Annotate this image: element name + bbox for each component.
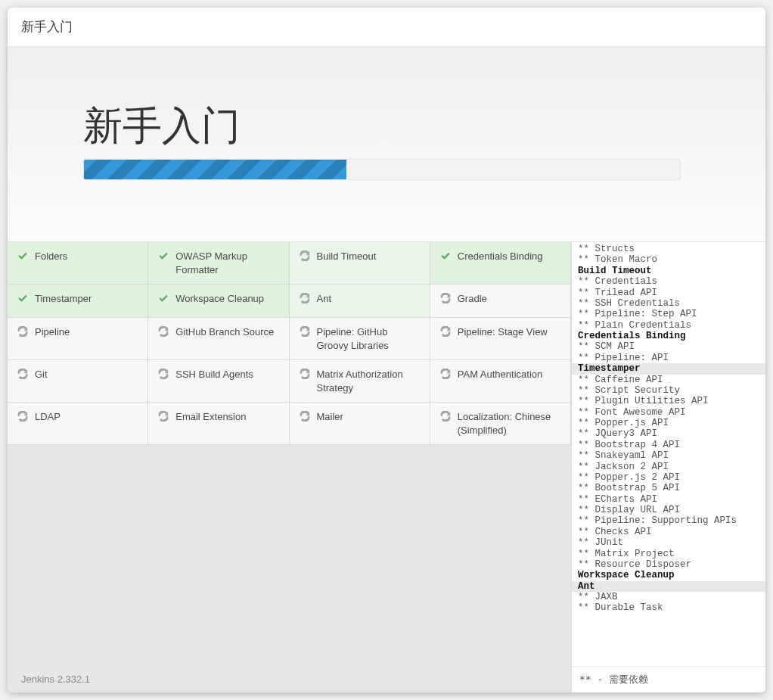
plugin-name: Git (35, 368, 138, 381)
check-icon (157, 292, 169, 303)
plugin-cell: LDAP (8, 403, 148, 445)
log-line: ** SSH Credentials (572, 298, 765, 309)
plugin-cell: Gradle (430, 285, 571, 318)
plugin-cell: Workspace Cleanup (148, 285, 289, 318)
log-line: ** Font Awesome API (572, 407, 765, 418)
refresh-icon (299, 250, 311, 261)
log-line: ** JQuery3 API (572, 428, 765, 439)
plugin-cell: SSH Build Agents (148, 360, 289, 403)
plugin-cell: Pipeline: GitHub Groovy Libraries (290, 318, 430, 360)
log-line: ** Jackson 2 API (572, 462, 765, 472)
plugin-cell: Timestamper (8, 285, 148, 318)
refresh-icon (157, 325, 169, 337)
log-line: ** Bootstrap 4 API (572, 440, 765, 450)
progress-bar (83, 159, 681, 180)
log-line: ** Popper.js 2 API (572, 472, 765, 483)
refresh-icon (157, 368, 169, 379)
plugin-cell: Email Extension (148, 403, 289, 445)
log-line: ** JUnit (572, 537, 765, 548)
check-icon (439, 250, 452, 261)
log-line: Build Timeout (572, 266, 765, 276)
window-title: 新手入门 (8, 8, 765, 47)
log-line: Timestamper (572, 363, 765, 374)
refresh-icon (299, 325, 311, 337)
plugin-name: Localization: Chinese (Simplified) (458, 410, 561, 437)
log-line: ** Caffeine API (572, 375, 765, 385)
install-log[interactable]: ** Structs** Token MacroBuild Timeout** … (572, 242, 765, 666)
plugin-cell: Localization: Chinese (Simplified) (430, 403, 571, 445)
hero-section: 新手入门 (8, 47, 765, 242)
plugin-name: OWASP Markup Formatter (175, 250, 279, 276)
plugin-name: PAM Authentication (458, 368, 561, 381)
plugin-cell: Folders (8, 242, 148, 285)
plugin-name: Pipeline (35, 325, 138, 339)
plugin-cell: Ant (290, 285, 430, 318)
log-line: ** Pipeline: Supporting APIs (572, 515, 765, 526)
plugin-name: Mailer (317, 410, 421, 424)
plugin-cell: OWASP Markup Formatter (148, 242, 289, 285)
log-line: Workspace Cleanup (572, 570, 765, 580)
log-line: ** Pipeline: Step API (572, 309, 765, 319)
install-log-panel: ** Structs** Token MacroBuild Timeout** … (571, 242, 765, 692)
plugin-name: Build Timeout (317, 250, 421, 263)
log-line: ** Display URL API (572, 505, 765, 515)
plugin-name: SSH Build Agents (175, 368, 279, 381)
plugin-cell: Build Timeout (290, 242, 430, 285)
refresh-icon (157, 410, 169, 422)
plugin-cell: Pipeline: Stage View (430, 318, 571, 360)
log-line: ** Durable Task (572, 602, 765, 613)
plugin-name: Email Extension (175, 410, 279, 424)
log-line: ** JAXB (572, 592, 765, 602)
log-line: ** Snakeyaml API (572, 450, 765, 461)
plugin-cell: PAM Authentication (430, 360, 571, 403)
plugin-name: Gradle (458, 292, 561, 306)
log-legend: ** - 需要依赖 (572, 666, 765, 692)
log-line: ** Popper.js API (572, 418, 765, 428)
refresh-icon (17, 410, 29, 422)
refresh-icon (439, 325, 452, 337)
refresh-icon (299, 292, 311, 303)
log-line: Ant (572, 581, 765, 592)
plugin-name: Credentials Binding (458, 250, 561, 263)
log-line: ** Checks API (572, 527, 765, 537)
main-content: Folders OWASP Markup Formatter Build Tim… (8, 242, 765, 692)
plugin-grid-area: Folders OWASP Markup Formatter Build Tim… (8, 242, 571, 692)
log-line: ** Plugin Utilities API (572, 396, 765, 406)
refresh-icon (439, 410, 452, 422)
log-line: ** Structs (572, 244, 765, 254)
log-line: ** Matrix Project (572, 549, 765, 559)
log-line: ** Resource Disposer (572, 559, 765, 570)
plugin-name: LDAP (35, 410, 138, 424)
plugin-name: Timestamper (35, 292, 138, 306)
progress-bar-fill (84, 160, 346, 179)
plugin-cell: Matrix Authorization Strategy (290, 360, 430, 403)
plugin-name: Pipeline: GitHub Groovy Libraries (317, 325, 421, 352)
plugin-name: GitHub Branch Source (175, 325, 279, 339)
check-icon (17, 250, 29, 261)
plugin-name: Matrix Authorization Strategy (317, 368, 421, 394)
check-icon (157, 250, 169, 261)
check-icon (17, 292, 29, 303)
plugin-name: Folders (35, 250, 138, 263)
plugin-name: Pipeline: Stage View (458, 325, 561, 339)
refresh-icon (439, 368, 452, 379)
plugin-cell: Credentials Binding (430, 242, 571, 285)
log-line: Credentials Binding (572, 331, 765, 341)
plugin-cell: Git (8, 360, 148, 403)
log-line: ** Credentials (572, 276, 765, 287)
hero-title: 新手入门 (83, 100, 690, 153)
log-line: ** Bootstrap 5 API (572, 483, 765, 493)
log-line: ** Token Macro (572, 254, 765, 265)
refresh-icon (17, 325, 29, 337)
refresh-icon (439, 292, 452, 303)
plugin-grid: Folders OWASP Markup Formatter Build Tim… (8, 242, 571, 445)
refresh-icon (17, 368, 29, 379)
plugin-cell: Pipeline (8, 318, 148, 360)
log-line: ** Script Security (572, 385, 765, 396)
log-line: ** Trilead API (572, 288, 765, 298)
plugin-cell: GitHub Branch Source (148, 318, 289, 360)
version-footer: Jenkins 2.332.1 (21, 674, 90, 685)
plugin-name: Workspace Cleanup (175, 292, 279, 306)
refresh-icon (299, 410, 311, 422)
plugin-name: Ant (317, 292, 421, 306)
